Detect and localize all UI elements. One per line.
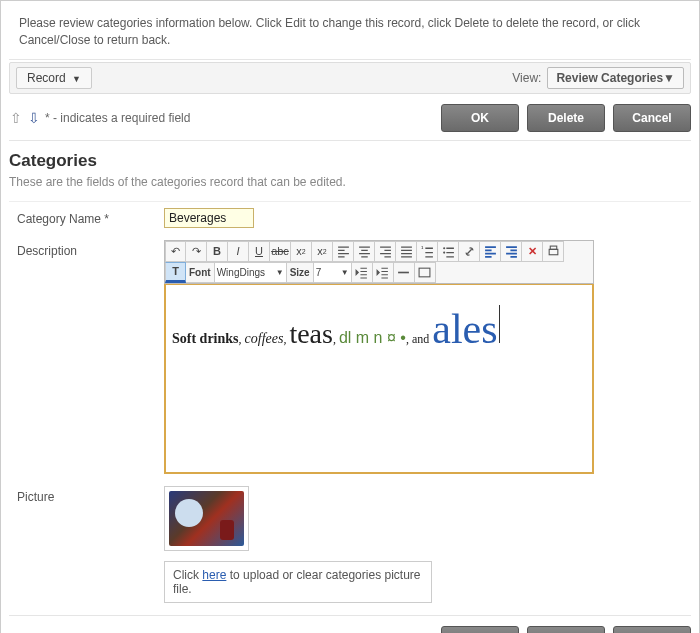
picture-image: [169, 491, 244, 546]
view-label: View:: [512, 71, 541, 85]
description-label: Description: [9, 240, 164, 474]
scroll-down-icon[interactable]: ⇩: [27, 111, 41, 125]
align-right-icon[interactable]: [375, 241, 396, 262]
svg-rect-3: [549, 249, 558, 254]
record-toolbar: Record ▼ View: Review Categories ▼: [9, 62, 691, 94]
section-subtitle: These are the fields of the categories r…: [9, 175, 691, 202]
text-cursor: [499, 305, 500, 343]
field-description: Description ↶ ↷ B I U abc x2 x2: [9, 234, 691, 480]
caret-down-icon: ▼: [72, 74, 81, 84]
action-buttons-top: OK Delete Cancel: [441, 104, 691, 132]
delete-button[interactable]: Delete: [527, 626, 605, 633]
size-select[interactable]: 7 ▼: [314, 262, 352, 283]
align-left-icon[interactable]: [333, 241, 354, 262]
link-icon[interactable]: [459, 241, 480, 262]
hr-icon[interactable]: [394, 262, 415, 283]
unordered-list-icon[interactable]: [438, 241, 459, 262]
rte-word-4: dl m n ¤ •: [339, 329, 406, 346]
undo-icon[interactable]: ↶: [165, 241, 186, 262]
font-select-value: WingDings: [217, 267, 265, 278]
upload-instruction: Click here to upload or clear categories…: [164, 561, 432, 603]
subscript-icon[interactable]: x2: [291, 241, 312, 262]
category-name-input[interactable]: [164, 208, 254, 228]
svg-text:1: 1: [421, 245, 424, 250]
action-row-top: ⇧ ⇩ * - indicates a required field OK De…: [9, 94, 691, 141]
field-picture: Picture Click here to upload or clear ca…: [9, 480, 691, 609]
print-icon[interactable]: [543, 241, 564, 262]
record-dropdown-label: Record: [27, 71, 66, 85]
picture-label: Picture: [9, 486, 164, 603]
size-select-value: 7: [316, 267, 322, 278]
font-select[interactable]: WingDings ▼: [215, 262, 287, 283]
size-label: Size: [287, 262, 314, 283]
rte-word-5: ales: [432, 306, 497, 352]
rte-word-1: Soft drinks: [172, 331, 239, 346]
cancel-button[interactable]: Cancel: [613, 104, 691, 132]
svg-point-1: [443, 247, 445, 249]
rte-word-3: teas: [289, 318, 333, 349]
superscript-icon[interactable]: x2: [312, 241, 333, 262]
underline-icon[interactable]: U: [249, 241, 270, 262]
rte-content[interactable]: Soft drinks, coffees, teas, dl m n ¤ •, …: [164, 284, 594, 474]
view-select-value: Review Categories: [556, 71, 663, 85]
section-title: Categories: [9, 141, 691, 175]
svg-point-2: [443, 251, 445, 253]
record-dropdown[interactable]: Record ▼: [16, 67, 92, 89]
justify-right-color-icon[interactable]: [501, 241, 522, 262]
svg-rect-5: [419, 268, 430, 277]
align-justify-icon[interactable]: [396, 241, 417, 262]
rte-toolbar: ↶ ↷ B I U abc x2 x2 1: [164, 240, 594, 284]
delete-button[interactable]: Delete: [527, 104, 605, 132]
indent-icon[interactable]: [373, 262, 394, 283]
ordered-list-icon[interactable]: 1: [417, 241, 438, 262]
instructions-text: Please review categories information bel…: [9, 9, 691, 60]
bold-icon[interactable]: B: [207, 241, 228, 262]
source-icon[interactable]: [415, 262, 436, 283]
outdent-icon[interactable]: [352, 262, 373, 283]
cancel-button[interactable]: Cancel: [613, 626, 691, 633]
ok-button[interactable]: OK: [441, 626, 519, 633]
record-editor: Please review categories information bel…: [0, 0, 700, 633]
text-color-icon[interactable]: T: [165, 262, 186, 283]
action-row-bottom: ⇧ ⇩ * - indicates a required field OK De…: [9, 616, 691, 633]
upload-link[interactable]: here: [202, 568, 226, 582]
strike-icon[interactable]: abc: [270, 241, 291, 262]
caret-down-icon: ▼: [276, 268, 284, 277]
field-category-name: Category Name *: [9, 202, 691, 234]
picture-thumbnail[interactable]: [164, 486, 249, 551]
redo-icon[interactable]: ↷: [186, 241, 207, 262]
align-center-icon[interactable]: [354, 241, 375, 262]
ok-button[interactable]: OK: [441, 104, 519, 132]
caret-down-icon: ▼: [663, 71, 675, 85]
required-note-text: * - indicates a required field: [45, 111, 190, 125]
svg-rect-4: [550, 246, 557, 249]
remove-format-icon[interactable]: ✕: [522, 241, 543, 262]
required-note: ⇧ ⇩ * - indicates a required field: [9, 111, 190, 125]
justify-left-color-icon[interactable]: [480, 241, 501, 262]
italic-icon[interactable]: I: [228, 241, 249, 262]
view-area: View: Review Categories ▼: [512, 67, 684, 89]
category-name-label: Category Name *: [9, 208, 164, 228]
caret-down-icon: ▼: [341, 268, 349, 277]
font-label: Font: [186, 262, 215, 283]
view-select[interactable]: Review Categories ▼: [547, 67, 684, 89]
rich-text-editor: ↶ ↷ B I U abc x2 x2 1: [164, 240, 594, 474]
scroll-up-icon[interactable]: ⇧: [9, 111, 23, 125]
action-buttons-bottom: OK Delete Cancel: [441, 626, 691, 633]
rte-word-2: coffees: [245, 331, 284, 346]
